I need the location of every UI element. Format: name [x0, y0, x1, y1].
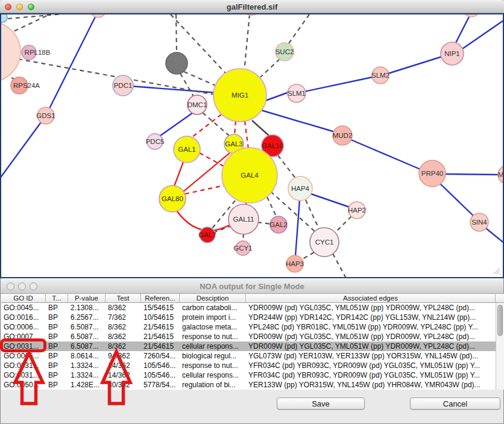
cell-description: carbon cataboli...: [180, 303, 246, 313]
table-row[interactable]: GO:0007...BP6.5087...8/36221/54615respon…: [1, 332, 496, 341]
column-header-referen[interactable]: Referen...: [141, 294, 180, 302]
cell-test: 8/362: [106, 341, 141, 351]
edge-pd-dashed: [243, 234, 244, 242]
cell-description: protein import i...: [180, 313, 246, 322]
edge-pp-blue: [0, 116, 46, 178]
noa-window-titlebar[interactable]: NOA output for Single Mode: [1, 278, 503, 294]
node-label-sin4: SIN4: [471, 219, 487, 226]
edge-red-dashed: [200, 153, 224, 166]
node-large-pink-node[interactable]: [0, 22, 20, 82]
table-row[interactable]: GO:0006...BP6.5087...8/36221/54615galact…: [1, 322, 496, 332]
cell-description: response to nut...: [180, 332, 246, 341]
node-label-mud2: MUD2: [333, 132, 353, 139]
edge-pd-dashed: [215, 226, 232, 232]
cell-p-value: 6.5087...: [68, 341, 106, 351]
cell-p-value: 8.0614...: [68, 351, 106, 361]
column-header-test[interactable]: Test: [106, 294, 141, 302]
graph-window-titlebar[interactable]: galFiltered.sif: [0, 0, 504, 13]
cell-reference: 21/54615: [141, 332, 180, 341]
edge-pp-blue: [46, 13, 98, 116]
cell-go-id: GO:0007...: [1, 332, 46, 341]
cell-go-id: GO:0031...: [1, 370, 46, 380]
cell-test: 7/362: [106, 313, 141, 322]
edge-pp-blue: [351, 140, 420, 169]
column-header-go-id[interactable]: GO ID: [1, 294, 46, 302]
edge-red: [177, 211, 229, 231]
cell-edges: YDR009W (pd) YGL035C, YML051W (pp) YDR00…: [246, 303, 496, 313]
edge-pd-dashed: [267, 197, 277, 217]
column-header-desciption[interactable]: Desciption: [180, 294, 246, 302]
node-label-mig1: MIG1: [232, 92, 248, 99]
edge-pd-dashed: [184, 72, 218, 87]
cell-reference: 105/546...: [141, 361, 180, 370]
edge-pp-blue: [388, 57, 442, 73]
cell-description: galactose meta...: [180, 322, 246, 332]
table-row[interactable]: GO:0031...BP1.3324...14/362105/546...cel…: [1, 370, 496, 380]
cell-type: BP: [46, 380, 68, 390]
node-cut-node-topleft[interactable]: [0, 13, 7, 22]
edge-pp-blue: [486, 228, 504, 244]
table-row[interactable]: GO:0016...BP6.2567...7/36210/54615protei…: [1, 313, 496, 322]
cell-reference: 15/54615: [141, 303, 180, 313]
cell-edges: YDR244W (pp) YDR142C, YDR142C (pp) YGL15…: [246, 313, 496, 322]
cell-reference: 7260/54...: [141, 351, 180, 361]
node-label-cyc1: CYC1: [315, 238, 334, 246]
cell-edges: YER133W (pp) YOR315W, YNL145W (pd) YHR08…: [246, 380, 496, 390]
node-gray-node[interactable]: [166, 52, 187, 74]
table-scrollbar[interactable]: [496, 303, 504, 390]
edge-pd-dashed: [333, 216, 351, 234]
node-label-rpl18b: RPL18B: [25, 49, 51, 56]
cell-edges: YPL248C (pd) YBR018C, YML051W (pp) YDR00…: [246, 322, 496, 332]
cell-p-value: 2.1308...: [68, 303, 106, 313]
node-cut-node-top[interactable]: [90, 13, 106, 17]
column-header-p-value[interactable]: P-value: [68, 294, 106, 302]
cell-test: 80/362: [106, 380, 141, 390]
table-row[interactable]: GO:0065...BP8.0614...94/3627260/54...bio…: [1, 351, 496, 361]
edge-pd-dashed: [180, 73, 194, 96]
table-row-selected[interactable]: GO:0031...BP6.5087...8/36221/54615cellul…: [1, 341, 496, 351]
resize-grip[interactable]: [494, 268, 502, 276]
cell-go-id: GO:0031...: [1, 341, 46, 351]
node-label-hap2: HAP2: [348, 207, 366, 214]
node-label-prp40: PRP40: [421, 170, 443, 177]
save-button[interactable]: Save: [277, 398, 365, 410]
column-header-associated-edges[interactable]: Associated edges: [246, 294, 496, 302]
cell-type: BP: [46, 341, 68, 351]
cell-description: response to nut...: [180, 361, 246, 370]
node-label-gal11: GAL11: [233, 216, 254, 223]
node-label-gal1: GAL1: [178, 146, 195, 153]
edge-pd-dashed: [333, 254, 345, 277]
table-row[interactable]: GO:0050...BP1.428E...80/3625778/54...reg…: [1, 380, 496, 390]
cell-p-value: 6.5087...: [68, 332, 106, 341]
node-cut-node-top-green[interactable]: [244, 13, 259, 16]
cell-description: biological regul...: [180, 351, 246, 361]
cell-test: 8/362: [106, 322, 141, 332]
node-label-slm2: SLM2: [371, 72, 389, 79]
edge-pd-dashed: [260, 59, 280, 77]
node-label-gds1: GDS1: [36, 112, 55, 119]
cell-edges: YFR034C (pd) YBR093C, YDR009W (pd) YGL03…: [246, 370, 496, 380]
cancel-button[interactable]: Cancel: [410, 398, 500, 410]
node-label-gal2: GAL2: [269, 221, 287, 228]
cell-go-id: GO:0016...: [1, 313, 46, 322]
scrollbar-thumb[interactable]: [497, 305, 503, 336]
table-row[interactable]: GO:0045...BP2.1308...8/36215/54615carbon…: [1, 303, 496, 313]
noa-window: NOA output for Single Mode GO IDT...P-va…: [0, 278, 504, 424]
cell-go-id: GO:0065...: [1, 351, 46, 361]
network-canvas[interactable]: RPL18BRPS24AGDS1PDC1DMC1MIG1SUC2SLM1SLM2…: [0, 13, 504, 278]
node-label-hap3: HAP3: [286, 260, 304, 267]
cell-reference: 21/54615: [141, 341, 180, 351]
node-cut-node-topright[interactable]: [463, 13, 480, 17]
cell-reference: 10/54615: [141, 313, 180, 322]
table-header: GO IDT...P-valueTestReferen...Desciption…: [1, 294, 504, 303]
edge-pd-dashed: [7, 15, 48, 34]
column-header-t[interactable]: T...: [46, 294, 68, 302]
table-row[interactable]: GO:0031...BP1.3324...14/362105/546...res…: [1, 361, 496, 370]
cell-test: 14/362: [106, 370, 141, 380]
cell-reference: 21/54615: [141, 322, 180, 332]
cell-type: BP: [46, 322, 68, 332]
edge-pd-dashed: [301, 252, 314, 260]
cell-p-value: 6.5087...: [68, 322, 106, 332]
node-label-dmc1: DMC1: [187, 101, 207, 108]
edge-pp-blue: [456, 16, 470, 43]
